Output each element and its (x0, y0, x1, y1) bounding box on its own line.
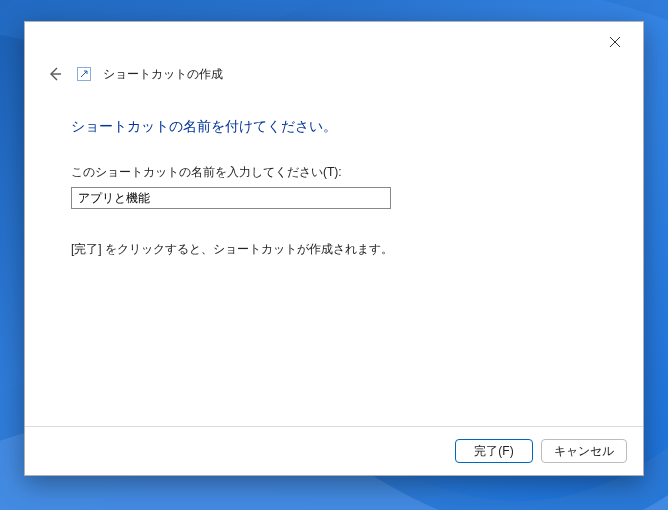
create-shortcut-dialog: ショートカットの作成 ショートカットの名前を付けてください。 このショートカット… (24, 21, 644, 476)
shortcut-icon (77, 67, 91, 81)
header-row: ショートカットの作成 (25, 62, 643, 94)
back-arrow-icon (47, 66, 63, 82)
helper-text: [完了] をクリックすると、ショートカットが作成されます。 (71, 241, 603, 258)
back-button[interactable] (45, 64, 65, 84)
close-button[interactable] (599, 28, 631, 56)
close-icon (610, 37, 620, 47)
shortcut-name-label: このショートカットの名前を入力してください(T): (71, 164, 603, 181)
window-title: ショートカットの作成 (103, 66, 223, 83)
cancel-button[interactable]: キャンセル (541, 439, 627, 463)
shortcut-name-input[interactable] (71, 187, 391, 209)
finish-button[interactable]: 完了(F) (455, 439, 533, 463)
headline-text: ショートカットの名前を付けてください。 (71, 118, 603, 136)
content-area: ショートカットの名前を付けてください。 このショートカットの名前を入力してくださ… (25, 94, 643, 426)
footer-buttons: 完了(F) キャンセル (25, 426, 643, 475)
title-bar (25, 22, 643, 62)
